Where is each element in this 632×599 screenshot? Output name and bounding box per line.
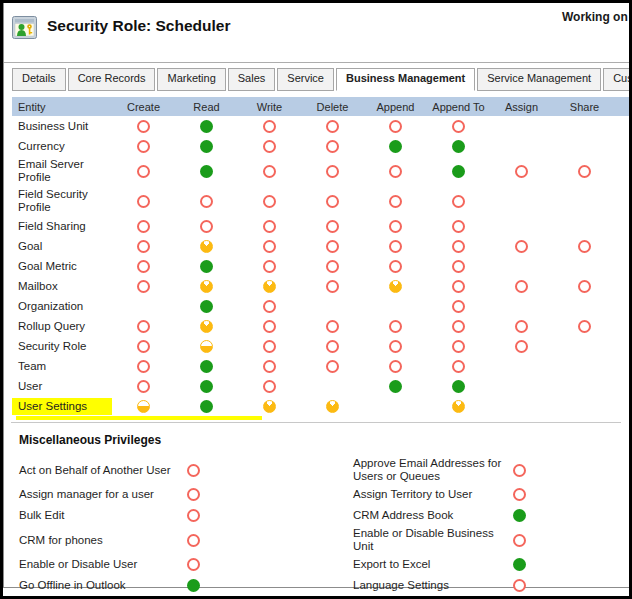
privilege-cell[interactable] [301, 400, 364, 413]
red-empty-circle-icon[interactable] [389, 220, 402, 233]
misc-privilege-cell[interactable] [187, 488, 213, 501]
privilege-cell[interactable] [364, 120, 427, 133]
red-empty-circle-icon[interactable] [263, 240, 276, 253]
red-empty-circle-icon[interactable] [137, 120, 150, 133]
tab-details[interactable]: Details [12, 68, 66, 91]
privilege-cell[interactable] [427, 240, 490, 253]
privilege-cell[interactable] [112, 195, 175, 208]
red-empty-circle-icon[interactable] [187, 464, 200, 477]
privilege-cell[interactable] [175, 300, 238, 313]
red-empty-circle-icon[interactable] [137, 195, 150, 208]
red-empty-circle-icon[interactable] [578, 320, 591, 333]
privilege-cell[interactable] [175, 380, 238, 393]
privilege-cell[interactable] [364, 240, 427, 253]
red-empty-circle-icon[interactable] [263, 120, 276, 133]
privilege-cell[interactable] [427, 380, 490, 393]
gold-circle-notch-icon[interactable] [263, 400, 276, 413]
privilege-cell[interactable] [427, 260, 490, 273]
privilege-cell[interactable] [427, 195, 490, 208]
privilege-cell[interactable] [238, 120, 301, 133]
privilege-cell[interactable] [175, 280, 238, 293]
green-filled-circle-icon[interactable] [389, 380, 402, 393]
privilege-cell[interactable] [112, 260, 175, 273]
green-filled-circle-icon[interactable] [200, 140, 213, 153]
privilege-cell[interactable] [175, 320, 238, 333]
red-empty-circle-icon[interactable] [200, 195, 213, 208]
privilege-cell[interactable] [364, 360, 427, 373]
privilege-cell[interactable] [553, 165, 616, 178]
privilege-cell[interactable] [112, 400, 175, 413]
privilege-cell[interactable] [427, 220, 490, 233]
red-empty-circle-icon[interactable] [389, 320, 402, 333]
privilege-cell[interactable] [301, 220, 364, 233]
privilege-cell[interactable] [175, 165, 238, 178]
misc-privilege-cell[interactable] [513, 579, 539, 592]
red-empty-circle-icon[interactable] [263, 300, 276, 313]
red-empty-circle-icon[interactable] [515, 340, 528, 353]
privilege-cell[interactable] [112, 240, 175, 253]
red-empty-circle-icon[interactable] [452, 300, 465, 313]
privilege-cell[interactable] [175, 340, 238, 353]
red-empty-circle-icon[interactable] [326, 360, 339, 373]
red-empty-circle-icon[interactable] [452, 280, 465, 293]
red-empty-circle-icon[interactable] [389, 360, 402, 373]
privilege-cell[interactable] [238, 300, 301, 313]
privilege-cell[interactable] [553, 320, 616, 333]
red-empty-circle-icon[interactable] [137, 260, 150, 273]
misc-privilege-cell[interactable] [513, 464, 539, 477]
gold-circle-notch-icon[interactable] [452, 400, 465, 413]
privilege-cell[interactable] [427, 120, 490, 133]
privilege-cell[interactable] [112, 280, 175, 293]
red-empty-circle-icon[interactable] [452, 120, 465, 133]
red-empty-circle-icon[interactable] [452, 260, 465, 273]
privilege-cell[interactable] [301, 165, 364, 178]
privilege-cell[interactable] [238, 260, 301, 273]
red-empty-circle-icon[interactable] [263, 320, 276, 333]
red-empty-circle-icon[interactable] [187, 534, 200, 547]
privilege-cell[interactable] [112, 120, 175, 133]
privilege-cell[interactable] [238, 380, 301, 393]
red-empty-circle-icon[interactable] [263, 220, 276, 233]
red-empty-circle-icon[interactable] [263, 195, 276, 208]
red-empty-circle-icon[interactable] [263, 260, 276, 273]
red-empty-circle-icon[interactable] [452, 220, 465, 233]
red-empty-circle-icon[interactable] [515, 165, 528, 178]
red-empty-circle-icon[interactable] [263, 360, 276, 373]
privilege-cell[interactable] [112, 220, 175, 233]
privilege-cell[interactable] [427, 280, 490, 293]
green-filled-circle-icon[interactable] [200, 380, 213, 393]
red-empty-circle-icon[interactable] [326, 240, 339, 253]
misc-privilege-cell[interactable] [513, 558, 539, 571]
tab-core-records[interactable]: Core Records [68, 68, 156, 91]
green-filled-circle-icon[interactable] [200, 360, 213, 373]
privilege-cell[interactable] [112, 360, 175, 373]
privilege-cell[interactable] [175, 195, 238, 208]
privilege-cell[interactable] [301, 340, 364, 353]
privilege-cell[interactable] [175, 220, 238, 233]
red-empty-circle-icon[interactable] [389, 120, 402, 133]
red-empty-circle-icon[interactable] [263, 140, 276, 153]
privilege-cell[interactable] [175, 120, 238, 133]
green-filled-circle-icon[interactable] [200, 260, 213, 273]
green-filled-circle-icon[interactable] [187, 579, 200, 592]
misc-privilege-cell[interactable] [513, 509, 539, 522]
red-empty-circle-icon[interactable] [137, 280, 150, 293]
red-empty-circle-icon[interactable] [326, 260, 339, 273]
red-empty-circle-icon[interactable] [326, 220, 339, 233]
privilege-cell[interactable] [427, 140, 490, 153]
privilege-cell[interactable] [238, 195, 301, 208]
misc-privilege-cell[interactable] [513, 534, 539, 547]
red-empty-circle-icon[interactable] [578, 240, 591, 253]
gold-circle-notch-icon[interactable] [263, 280, 276, 293]
misc-privilege-cell[interactable] [513, 488, 539, 501]
red-empty-circle-icon[interactable] [578, 165, 591, 178]
privilege-cell[interactable] [112, 140, 175, 153]
misc-privilege-cell[interactable] [187, 558, 213, 571]
privilege-cell[interactable] [553, 280, 616, 293]
privilege-cell[interactable] [301, 240, 364, 253]
red-empty-circle-icon[interactable] [326, 195, 339, 208]
red-empty-circle-icon[interactable] [389, 165, 402, 178]
privilege-cell[interactable] [112, 380, 175, 393]
red-empty-circle-icon[interactable] [187, 509, 200, 522]
gold-circle-notch-icon[interactable] [200, 320, 213, 333]
